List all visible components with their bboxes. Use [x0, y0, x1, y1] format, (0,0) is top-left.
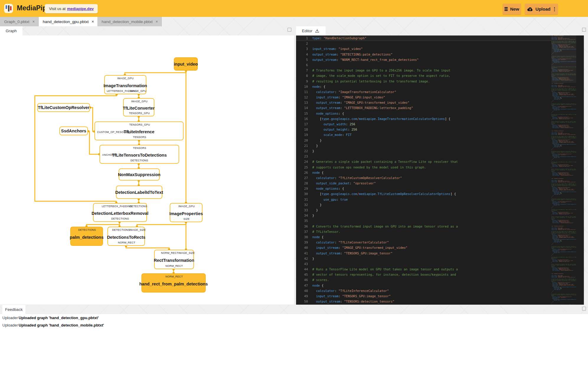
graph-node-TfLiteInference[interactable]: TENSORS_GPUTENSORSCUSTOM_OP_RESOLVERTfLi…	[94, 121, 184, 140]
graph-expand-icon[interactable]	[288, 28, 291, 32]
code-line[interactable]: 24# Generates a single side packet conta…	[296, 159, 551, 164]
code-line[interactable]: 23	[296, 154, 551, 159]
code-line[interactable]: 21 }	[296, 143, 551, 148]
code-line[interactable]: 1type: "HandDetectionSubgraph"	[296, 35, 551, 41]
code-line[interactable]: 33 }	[296, 207, 551, 213]
tab-editor[interactable]: Editor	[296, 26, 326, 35]
code-line[interactable]: 8# image, the scale_mode option is set t…	[296, 73, 551, 78]
file-tab-label: hand_detection_gpu.pbtxt	[43, 20, 89, 24]
code-line[interactable]: 9# resulting in potential letterboxing i…	[296, 79, 551, 84]
code-line[interactable]: 36# Converts the transformed input image…	[296, 224, 551, 229]
code-line[interactable]: 48 calculator: "TfLiteInferenceCalculato…	[296, 288, 551, 293]
graph-node-TfLiteCustomOpResolver[interactable]: TfLiteCustomOpResolver	[37, 103, 90, 112]
file-tab-hand_detection_mobile.pbtxt[interactable]: hand_detection_mobile.pbtxt×	[97, 17, 162, 26]
code-line[interactable]: 51 input_side_packet: "CUSTOM_OP_RESOLVE…	[296, 304, 551, 305]
line-number: 44	[296, 267, 308, 272]
tab-graph[interactable]: Graph	[0, 26, 22, 35]
file-tab-label: Graph_0.pbtxt	[4, 20, 30, 24]
code-line[interactable]: 16 [type.googleapis.com/mediapipe.ImageT…	[296, 116, 551, 121]
code-line[interactable]: 19 scale_mode: FIT	[296, 132, 551, 137]
download-icon[interactable]	[315, 28, 320, 33]
graph-node-ImageProperties[interactable]: IMAGE_GPUSIZEImageProperties	[170, 203, 202, 222]
code-line[interactable]: 18 output_height: 256	[296, 127, 551, 132]
editor-expand-icon[interactable]	[582, 28, 586, 32]
code-line[interactable]: 25# supports custom ops needed by the mo…	[296, 165, 551, 170]
code-line[interactable]: 39 calculator: "TfLiteConverterCalculato…	[296, 240, 551, 245]
close-tab-icon[interactable]: ×	[91, 19, 94, 24]
line-number: 8	[296, 73, 308, 78]
code-line[interactable]: 50 output_stream: "TENSORS:detection_ten…	[296, 299, 551, 304]
tab-feedback[interactable]: Feedback	[2, 305, 25, 314]
graph-node-DetectionLabelIdToText[interactable]: DetectionLabelIdToText	[116, 186, 162, 199]
more-options-icon[interactable]	[553, 7, 556, 12]
code-line[interactable]: 40 input_stream: "IMAGE_GPU:transformed_…	[296, 245, 551, 250]
graph-node-TfLiteConverter[interactable]: IMAGE_GPUTENSORS_GPUTfLiteConverter	[123, 98, 154, 116]
code-line[interactable]: 35	[296, 218, 551, 223]
code-line[interactable]: 13 output_stream: "IMAGE_GPU:transformed…	[296, 100, 551, 105]
upload-button[interactable]: Upload	[525, 4, 558, 14]
minimap[interactable]: type: "HandDetectionSubgraph"input_strea…	[551, 35, 576, 305]
code-line[interactable]: 14 output_stream: "LETTERBOX_PADDING:let…	[296, 105, 551, 111]
feedback-panel: UploaderUploaded graph 'hand_detection_g…	[0, 314, 588, 367]
code-line[interactable]: 32 }	[296, 202, 551, 207]
code-line[interactable]: 43	[296, 261, 551, 267]
graph-node-hand_rect_from_palm_detections[interactable]: NORM_RECThand_rect_from_palm_detections	[141, 273, 206, 293]
graph-node-DetectionLetterboxRemoval[interactable]: LETTERBOX_PADDINGDETECTIONSDETECTIONSDet…	[93, 203, 147, 222]
line-number: 33	[296, 207, 308, 213]
code-line[interactable]: 30 [type.googleapis.com/mediapipe.TfLite…	[296, 191, 551, 197]
code-line[interactable]: 45# vector of tensors representing, for …	[296, 272, 551, 277]
code-line[interactable]: 15 node_options: {	[296, 111, 551, 116]
graph-node-input_video[interactable]: input_video	[174, 57, 198, 71]
code-line[interactable]: 31 use_gpu: true	[296, 197, 551, 202]
line-number: 49	[296, 293, 308, 299]
code-line[interactable]: 29 node_options: {	[296, 186, 551, 191]
code-line[interactable]: 12 input_stream: "IMAGE_GPU:input_video"	[296, 95, 551, 100]
code-line[interactable]: 47node {	[296, 283, 551, 288]
code-line[interactable]: 22}	[296, 148, 551, 154]
code-line[interactable]: 7# Transforms the input image on GPU to …	[296, 68, 551, 73]
code-line[interactable]: 5output_stream: "NORM_RECT:hand_rect_fro…	[296, 57, 551, 62]
node-label: TfLiteInference	[95, 122, 183, 140]
close-tab-icon[interactable]: ×	[155, 19, 159, 24]
graph-node-palm_detections[interactable]: DETECTIONSpalm_detections	[70, 227, 103, 246]
code-area[interactable]: 1type: "HandDetectionSubgraph"23input_st…	[296, 35, 551, 305]
graph-node-TfLiteTensorsToDetections[interactable]: TENSORSDETECTIONSANCHORSTfLiteTensorsToD…	[99, 145, 179, 164]
cloud-upload-icon	[527, 7, 533, 12]
code-line[interactable]: 20 }	[296, 138, 551, 143]
graph-node-DetectionsToRects[interactable]: DETECTIONSIMAGE_SIZENORM_RECTDetectionsT…	[107, 227, 145, 246]
code-line[interactable]: 10node: {	[296, 84, 551, 89]
code-line[interactable]: 27 calculator: "TfLiteCustomOpResolverCa…	[296, 175, 551, 181]
code-line[interactable]: 26node {	[296, 170, 551, 175]
code-line[interactable]: 17 output_width: 256	[296, 121, 551, 127]
code-line[interactable]: 41 output_stream: "TENSORS_GPU:image_ten…	[296, 251, 551, 256]
code-line[interactable]: 34}	[296, 213, 551, 218]
file-tab-hand_detection_gpu.pbtxt[interactable]: hand_detection_gpu.pbtxt×	[39, 17, 98, 26]
minimap-slider[interactable]	[551, 35, 576, 83]
feedback-expand-icon[interactable]	[582, 307, 586, 311]
line-number: 31	[296, 197, 308, 202]
mediapipe-dev-link[interactable]: mediapipe.dev	[67, 7, 94, 11]
line-number: 6	[296, 62, 308, 68]
code-editor[interactable]: 1type: "HandDetectionSubgraph"23input_st…	[296, 35, 584, 305]
code-line[interactable]: 37# TfLiteTensor.	[296, 229, 551, 234]
close-tab-icon[interactable]: ×	[32, 19, 35, 24]
code-line[interactable]: 28 output_side_packet: "opresolver"	[296, 181, 551, 186]
new-button[interactable]: New	[503, 4, 521, 14]
code-line[interactable]: 6	[296, 62, 551, 68]
code-line[interactable]: 2	[296, 41, 551, 46]
code-line[interactable]: 3input_stream: "input_video"	[296, 46, 551, 51]
code-line[interactable]: 46# scores.	[296, 277, 551, 282]
code-line[interactable]: 44# Runs a TensorFlow Lite model on GPU …	[296, 267, 551, 272]
line-number: 2	[296, 41, 308, 46]
graph-node-NonMaxSuppression[interactable]: NonMaxSuppression	[119, 168, 160, 181]
graph-node-ImageTransformation[interactable]: IMAGE_GPULETTERBOX_PADDINGIMAGE_GPUImage…	[104, 75, 146, 94]
code-line[interactable]: 11 calculator: "ImageTransformationCalcu…	[296, 89, 551, 95]
graph-node-RectTransformation[interactable]: NORM_RECTIMAGE_SIZENORM_RECTRectTransfor…	[154, 250, 194, 269]
graph-node-SsdAnchors[interactable]: SsdAnchors	[59, 126, 88, 135]
file-tab-Graph_0.pbtxt[interactable]: Graph_0.pbtxt×	[0, 17, 39, 26]
code-line[interactable]: 38node {	[296, 234, 551, 240]
code-line[interactable]: 49 input_stream: "TENSORS_GPU:image_tens…	[296, 293, 551, 299]
graph-canvas[interactable]: input_videoIMAGE_GPULETTERBOX_PADDINGIMA…	[0, 35, 295, 305]
code-line[interactable]: 42}	[296, 256, 551, 261]
code-line[interactable]: 4output_stream: "DETECTIONS:palm_detecti…	[296, 52, 551, 57]
